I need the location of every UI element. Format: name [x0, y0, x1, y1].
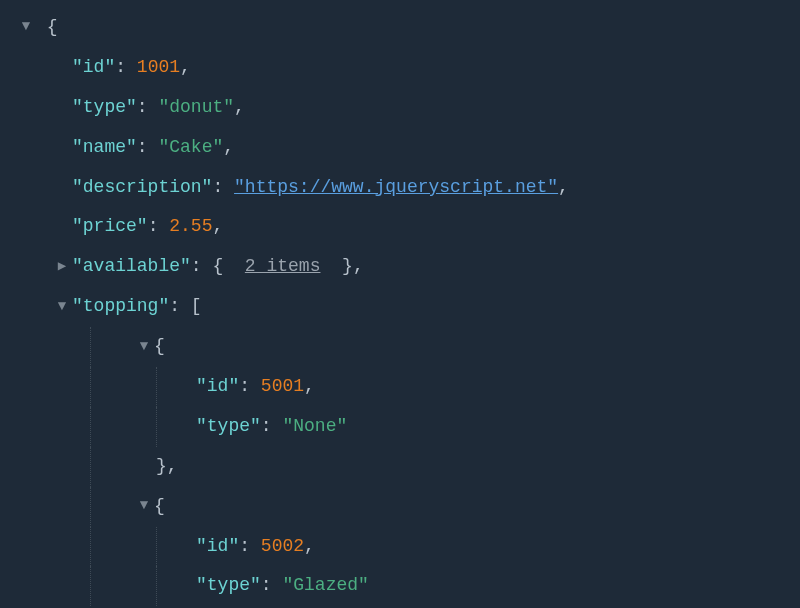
json-key: "available": [72, 256, 191, 276]
json-value: 2.55: [169, 216, 212, 236]
json-property-id: "id": 5001,: [8, 367, 800, 407]
json-property-type: "type": "None": [8, 407, 800, 447]
brace-open: {: [154, 336, 165, 356]
json-array-item: {: [8, 487, 800, 527]
json-property-type: "type": "Glazed": [8, 566, 800, 606]
json-value: "Glazed": [282, 575, 368, 595]
json-key: "topping": [72, 296, 169, 316]
brace-open: {: [154, 496, 165, 516]
json-key: "description": [72, 177, 212, 197]
bracket-open: [: [191, 296, 202, 316]
json-value: 5002: [261, 536, 304, 556]
json-value: "None": [282, 416, 347, 436]
json-key: "price": [72, 216, 148, 236]
json-viewer: { "id": 1001, "type": "donut", "name": "…: [0, 0, 800, 606]
json-key: "name": [72, 137, 137, 157]
json-property-available: "available": { 2 items },: [8, 247, 800, 287]
json-property-type: "type": "donut",: [8, 88, 800, 128]
json-array-item: {: [8, 327, 800, 367]
json-property-description: "description": "https://www.jqueryscript…: [8, 168, 800, 208]
json-value: "donut": [158, 97, 234, 117]
json-property-price: "price": 2.55,: [8, 207, 800, 247]
json-key: "type": [196, 416, 261, 436]
json-value: "Cake": [158, 137, 223, 157]
json-array-item-close: },: [8, 447, 800, 487]
item-count[interactable]: 2 items: [245, 256, 321, 276]
json-value: 1001: [137, 57, 180, 77]
json-property-id: "id": 5002,: [8, 527, 800, 567]
json-property-id: "id": 1001,: [8, 48, 800, 88]
chevron-down-icon[interactable]: [54, 296, 70, 318]
json-key: "id": [72, 57, 115, 77]
json-key: "id": [196, 536, 239, 556]
json-key: "id": [196, 376, 239, 396]
chevron-down-icon[interactable]: [136, 495, 152, 517]
json-value: 5001: [261, 376, 304, 396]
root-open: {: [8, 8, 800, 48]
json-key: "type": [72, 97, 137, 117]
json-value-link[interactable]: "https://www.jqueryscript.net": [234, 177, 558, 197]
chevron-down-icon[interactable]: [18, 16, 34, 38]
brace-close: }: [156, 456, 167, 476]
json-property-name: "name": "Cake",: [8, 128, 800, 168]
chevron-down-icon[interactable]: [136, 336, 152, 358]
json-property-topping: "topping": [: [8, 287, 800, 327]
chevron-right-icon[interactable]: [54, 256, 70, 278]
brace-open: {: [47, 17, 58, 37]
json-key: "type": [196, 575, 261, 595]
